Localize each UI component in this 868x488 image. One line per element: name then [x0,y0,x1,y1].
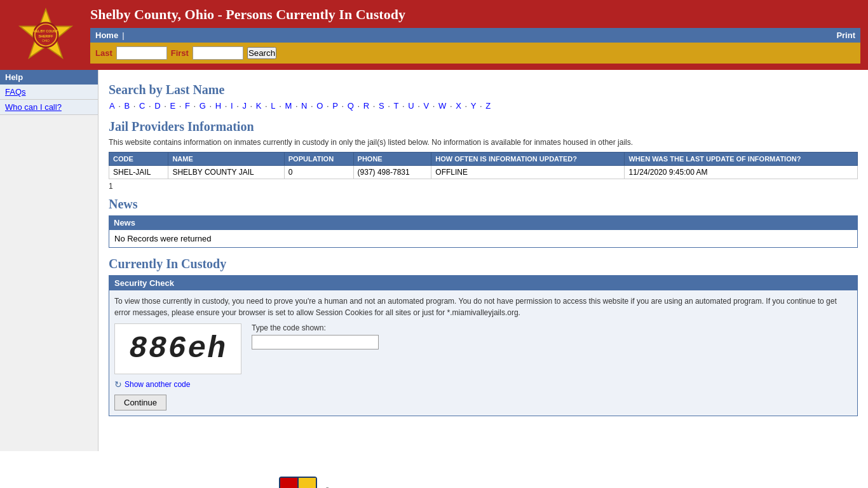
print-link[interactable]: Print [836,30,855,40]
alpha-link-e[interactable]: E [170,101,176,111]
svg-rect-8 [299,478,316,488]
footer: MONTGOMERY COUNTY ©2001- 2022 Board of C… [0,464,868,488]
refresh-icon: ↻ [114,379,122,390]
jail-providers-table: CODE NAME POPULATION PHONE HOW OFTEN IS … [109,152,858,179]
captcha-area: 886eh Type the code shown: [114,323,852,374]
table-cell: 11/24/2020 9:45:00 AM [625,166,858,179]
captcha-input-area: Type the code shown: [252,323,379,349]
captcha-input[interactable] [252,335,379,349]
col-update-freq: HOW OFTEN IS INFORMATION UPDATED? [431,152,625,166]
alpha-separator: · [131,101,138,111]
alpha-link-p[interactable]: P [332,101,338,111]
alpha-separator: · [430,101,437,111]
table-cell: (937) 498-7831 [353,166,431,179]
alpha-separator: · [146,101,153,111]
alpha-link-x[interactable]: X [456,101,461,111]
table-cell: OFFLINE [431,166,625,179]
alpha-link-s[interactable]: S [379,101,384,111]
sidebar-help-title: Help [0,70,98,85]
montgomery-logo-icon: MONTGOMERY COUNTY [279,477,317,488]
alpha-separator: · [234,101,241,111]
alpha-link-y[interactable]: Y [471,101,477,111]
title-area: Shelby County, Ohio - Persons Currently … [84,6,860,64]
home-link[interactable]: Home [95,30,118,40]
alpha-link-o[interactable]: O [316,101,323,111]
captcha-image: 886eh [114,323,241,374]
alpha-separator: · [416,101,423,111]
show-another-code[interactable]: ↻ Show another code [114,379,852,390]
alpha-link-t[interactable]: T [394,101,399,111]
last-name-input[interactable] [116,46,167,60]
jail-providers-description: This website contains information on inm… [109,138,858,147]
custody-title: Currently In Custody [109,257,858,271]
alpha-separator: · [277,101,284,111]
alpha-separator: · [386,101,393,111]
alpha-link-z[interactable]: Z [485,101,491,111]
security-box: Security Check To view those currently i… [109,275,858,416]
search-button[interactable]: Search [247,47,276,59]
last-name-label: Last [95,48,112,58]
print-area: Print [836,30,855,40]
alpha-link-n[interactable]: N [301,101,307,111]
alpha-separator: · [370,101,377,111]
body-wrapper: Help FAQs Who can I call? Search by Last… [0,70,868,451]
svg-rect-7 [280,478,297,488]
col-code: CODE [109,152,168,166]
alpha-link-c[interactable]: C [139,101,145,111]
main-content: Search by Last Name A · B · C · D · E · … [98,70,868,429]
sidebar-item-who-can-i-call[interactable]: Who can I call? [0,100,98,115]
jail-providers-title: Jail Providers Information [109,119,858,134]
type-code-label: Type the code shown: [252,323,379,332]
alpha-separator: · [162,101,169,111]
table-cell: SHEL-JAIL [109,166,168,179]
svg-text:OHIO: OHIO [42,39,50,43]
first-name-input[interactable] [193,46,243,60]
nav-separator: | [122,30,124,40]
alpha-separator: · [293,101,300,111]
security-description: To view those currently in custody, you … [114,295,852,318]
continue-button[interactable]: Continue [114,395,166,410]
alphabet-row: A · B · C · D · E · F · G · H · I · J · … [109,101,858,111]
footer-wrap: MONTGOMERY COUNTY ©2001- 2022 Board of C… [13,477,855,488]
alpha-link-d[interactable]: D [154,101,160,111]
security-title: Security Check [109,276,857,290]
col-population: POPULATION [284,152,353,166]
alpha-link-k[interactable]: K [256,101,262,111]
table-cell: SHELBY COUNTY JAIL [168,166,284,179]
search-by-last-name-title: Search by Last Name [109,83,858,97]
col-phone: PHONE [353,152,431,166]
alpha-separator: · [191,101,198,111]
search-bar: Last First Search [90,43,860,64]
sidebar-item-faqs[interactable]: FAQs [0,85,98,100]
alpha-link-u[interactable]: U [408,101,414,111]
alpha-link-v[interactable]: V [424,101,430,111]
sidebar: Help FAQs Who can I call? [0,70,98,451]
nav-bar: Home | Print [90,28,860,43]
alpha-link-w[interactable]: W [438,101,446,111]
alpha-separator: · [222,101,229,111]
jail-count: 1 [109,182,858,191]
alpha-link-b[interactable]: B [125,101,130,111]
alpha-link-g[interactable]: G [200,101,206,111]
alpha-link-m[interactable]: M [285,101,292,111]
col-name: NAME [168,152,284,166]
alpha-link-f[interactable]: F [185,101,190,111]
alpha-link-r[interactable]: R [363,101,369,111]
show-another-label: Show another code [125,380,190,389]
alpha-separator: · [207,101,214,111]
alpha-link-j[interactable]: J [242,101,247,111]
alpha-link-l[interactable]: L [271,101,275,111]
alpha-separator: · [400,101,407,111]
alpha-separator: · [355,101,362,111]
site-title: Shelby County, Ohio - Persons Currently … [90,6,860,23]
alpha-separator: · [116,101,123,111]
alpha-link-a[interactable]: A [109,101,115,111]
alpha-separator: · [477,101,484,111]
alpha-link-h[interactable]: H [215,101,221,111]
sheriff-star-icon: SHELBY COUNTY SHERIFF OHIO [17,6,74,64]
alpha-separator: · [463,101,470,111]
alpha-separator: · [447,101,454,111]
table-cell: 0 [284,166,353,179]
alpha-link-q[interactable]: Q [348,101,354,111]
alpha-link-i[interactable]: I [231,101,233,111]
